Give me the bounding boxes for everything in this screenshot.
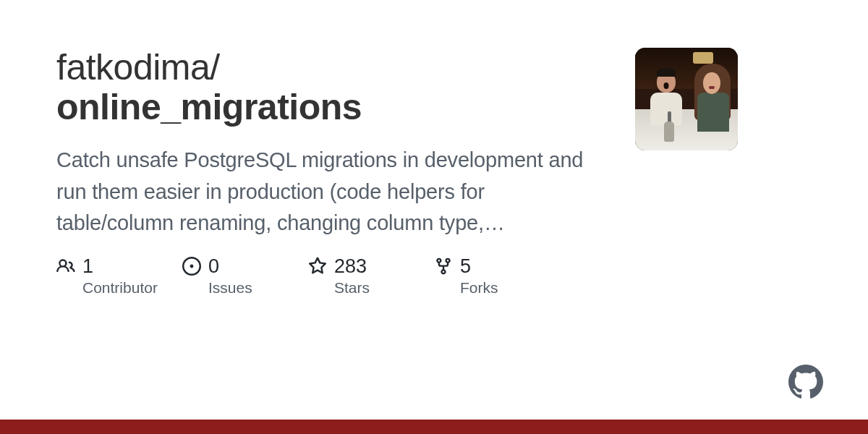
stat-forks-label: Forks — [460, 279, 498, 297]
stat-forks-value: 5 — [460, 255, 471, 278]
owner-avatar[interactable] — [635, 48, 738, 297]
stat-issues-label: Issues — [208, 279, 252, 297]
repo-description: Catch unsafe PostgreSQL migrations in de… — [56, 145, 606, 239]
avatar-image — [635, 48, 738, 150]
accent-bar — [0, 420, 868, 434]
stat-contributors-label: Contributor — [82, 279, 158, 297]
stat-issues-value: 0 — [208, 255, 219, 278]
repo-stats: 1 Contributor 0 Issues 283 Stars — [56, 255, 606, 297]
stat-stars-label: Stars — [334, 279, 370, 297]
repo-name: online_migrations — [56, 87, 362, 127]
repo-card: fatkodima/ online_migrations Catch unsaf… — [0, 0, 868, 297]
repo-owner: fatkodima — [56, 47, 210, 88]
star-icon — [308, 257, 327, 276]
stat-stars[interactable]: 283 Stars — [308, 255, 417, 297]
repo-title[interactable]: fatkodima/ online_migrations — [56, 48, 606, 127]
people-icon — [56, 257, 75, 276]
github-logo-icon[interactable] — [788, 365, 823, 399]
stat-contributors[interactable]: 1 Contributor — [56, 255, 165, 297]
stat-stars-value: 283 — [334, 255, 367, 278]
repo-main: fatkodima/ online_migrations Catch unsaf… — [56, 48, 606, 297]
stat-issues[interactable]: 0 Issues — [182, 255, 291, 297]
repo-owner-slash: / — [210, 47, 219, 88]
fork-icon — [434, 257, 453, 276]
stat-forks[interactable]: 5 Forks — [434, 255, 542, 297]
stat-contributors-value: 1 — [82, 255, 93, 278]
issue-icon — [182, 257, 201, 276]
